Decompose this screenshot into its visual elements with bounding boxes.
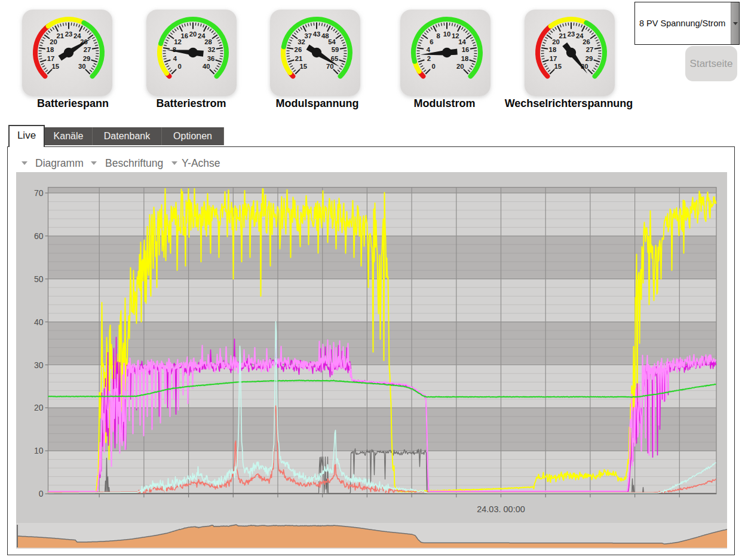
svg-text:15: 15 xyxy=(554,63,562,70)
svg-text:21: 21 xyxy=(295,55,303,62)
svg-text:28: 28 xyxy=(204,38,212,45)
svg-text:36: 36 xyxy=(207,55,215,62)
svg-text:4: 4 xyxy=(427,46,431,53)
svg-text:2: 2 xyxy=(427,55,431,62)
svg-text:8: 8 xyxy=(173,46,176,53)
svg-text:20: 20 xyxy=(189,30,197,38)
svg-text:21: 21 xyxy=(56,32,64,39)
svg-text:59: 59 xyxy=(332,46,339,53)
svg-text:60: 60 xyxy=(34,231,44,241)
svg-text:32: 32 xyxy=(208,46,216,53)
svg-text:0: 0 xyxy=(432,63,436,70)
svg-text:70: 70 xyxy=(326,63,334,70)
svg-text:0: 0 xyxy=(178,63,182,70)
svg-text:40: 40 xyxy=(203,63,210,70)
svg-text:50: 50 xyxy=(34,274,44,284)
svg-text:24.03. 00:00: 24.03. 00:00 xyxy=(477,504,525,514)
svg-text:37: 37 xyxy=(304,32,312,39)
svg-text:16: 16 xyxy=(180,32,188,39)
svg-text:15: 15 xyxy=(299,63,307,70)
svg-text:17: 17 xyxy=(550,55,557,62)
svg-text:29: 29 xyxy=(585,55,593,62)
svg-text:43: 43 xyxy=(313,30,321,38)
svg-text:10: 10 xyxy=(443,30,451,38)
svg-text:40: 40 xyxy=(34,317,44,327)
svg-text:26: 26 xyxy=(295,46,302,53)
svg-text:18: 18 xyxy=(461,55,469,62)
svg-text:14: 14 xyxy=(458,38,466,45)
svg-text:20: 20 xyxy=(34,403,44,412)
svg-text:30: 30 xyxy=(34,360,44,370)
svg-text:27: 27 xyxy=(586,46,594,53)
svg-text:0: 0 xyxy=(39,489,44,498)
svg-text:4: 4 xyxy=(173,55,177,62)
svg-text:27: 27 xyxy=(84,46,91,53)
svg-text:26: 26 xyxy=(582,38,590,45)
svg-text:23: 23 xyxy=(568,30,575,38)
svg-text:70: 70 xyxy=(34,188,44,198)
svg-text:21: 21 xyxy=(559,32,566,39)
svg-text:18: 18 xyxy=(47,46,54,53)
svg-text:17: 17 xyxy=(47,55,55,62)
svg-text:15: 15 xyxy=(51,63,59,70)
svg-text:10: 10 xyxy=(34,446,44,455)
svg-text:8: 8 xyxy=(437,32,440,39)
svg-text:6: 6 xyxy=(430,38,433,45)
svg-text:23: 23 xyxy=(65,30,73,38)
svg-text:20: 20 xyxy=(456,63,464,70)
svg-text:54: 54 xyxy=(328,38,336,45)
svg-text:16: 16 xyxy=(462,46,470,53)
svg-text:29: 29 xyxy=(83,55,91,62)
svg-text:30: 30 xyxy=(78,63,86,70)
svg-text:18: 18 xyxy=(549,46,557,53)
